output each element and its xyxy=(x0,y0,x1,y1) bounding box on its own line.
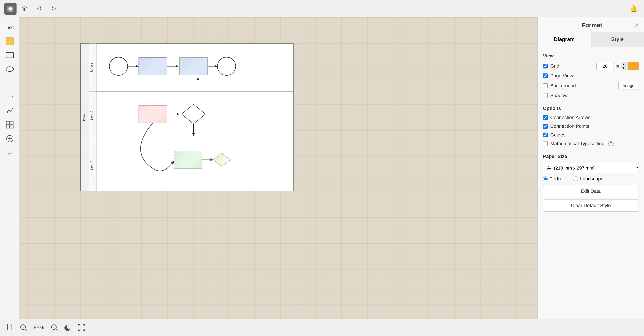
divider-1 xyxy=(543,102,639,102)
redo-button[interactable]: ↻ xyxy=(48,2,60,15)
shapes-tool[interactable] xyxy=(2,118,18,131)
landscape-radio[interactable] xyxy=(574,176,578,181)
grid-stepper: ▲ ▼ xyxy=(621,62,626,70)
diagram-svg: Pool Lane 1 Lane 2 Lane 3 xyxy=(80,43,294,191)
shadow-row: Shadow xyxy=(543,93,639,98)
rectangle-icon xyxy=(6,52,14,58)
svg-rect-30 xyxy=(179,58,208,75)
divider-2 xyxy=(543,150,639,150)
background-row: Background Image xyxy=(543,82,639,90)
zoom-out-button[interactable] xyxy=(49,322,60,333)
svg-rect-37 xyxy=(174,151,202,168)
grid-checkbox[interactable] xyxy=(543,64,548,68)
more-tools[interactable] xyxy=(2,147,18,160)
insert-tool[interactable] xyxy=(2,132,18,145)
notifications-button[interactable]: 🔔 xyxy=(628,2,640,15)
tab-diagram[interactable]: Diagram xyxy=(538,32,591,47)
freehand-icon xyxy=(6,107,14,115)
insert-icon xyxy=(6,135,14,143)
grid-size-input[interactable] xyxy=(596,62,614,70)
arrow-icon xyxy=(6,95,14,98)
line-tool[interactable] xyxy=(2,76,18,89)
svg-rect-7 xyxy=(10,121,13,124)
zoom-in-button[interactable] xyxy=(18,322,29,333)
svg-rect-27 xyxy=(139,58,167,75)
grid-increment[interactable]: ▲ xyxy=(621,62,626,66)
color-swatch-tool[interactable] xyxy=(2,35,18,48)
panel-header: Format ✕ xyxy=(538,17,644,32)
background-checkbox[interactable] xyxy=(543,83,548,88)
math-help-icon[interactable]: ? xyxy=(608,141,614,146)
delete-button[interactable]: 🗑 xyxy=(19,2,31,15)
panel-tabs: Diagram Style xyxy=(538,32,644,47)
connection-arrows-checkbox[interactable] xyxy=(543,115,548,120)
zoom-in-icon xyxy=(20,324,27,331)
canvas-area[interactable]: Pool Lane 1 Lane 2 Lane 3 xyxy=(20,17,538,319)
panel-content: View Grid pt ▲ ▼ Page View Background xyxy=(538,47,644,319)
shadow-checkbox[interactable] xyxy=(543,93,548,98)
svg-line-55 xyxy=(56,329,58,331)
svg-point-2 xyxy=(6,67,14,71)
connection-arrows-row: Connection Arrows xyxy=(543,115,639,120)
svg-text:Lane 2: Lane 2 xyxy=(90,110,94,120)
svg-marker-5 xyxy=(12,96,14,98)
app-logo[interactable] xyxy=(4,2,16,15)
svg-text:Pool: Pool xyxy=(81,114,86,121)
connection-points-checkbox[interactable] xyxy=(543,124,548,129)
toolbar: 🗑 ↺ ↻ 🔔 xyxy=(0,0,644,17)
fullscreen-button[interactable] xyxy=(76,322,87,333)
zoom-level: 85% xyxy=(31,325,46,331)
landscape-label: Landscape xyxy=(580,176,604,182)
page-icon xyxy=(6,324,14,332)
page-view-checkbox[interactable] xyxy=(543,73,548,78)
zoom-out-icon xyxy=(51,324,58,331)
grid-color-swatch[interactable] xyxy=(628,62,639,70)
color-swatch xyxy=(6,37,14,45)
paper-size-select[interactable]: A4 (210 mm x 297 mm) A3 (297 mm x 420 mm… xyxy=(543,163,639,173)
line-icon xyxy=(6,81,14,84)
edit-data-button[interactable]: Edit Data xyxy=(543,185,639,197)
clear-default-style-button[interactable]: Clear Default Style xyxy=(543,200,639,212)
view-section-title: View xyxy=(543,53,639,59)
math-typesetting-checkbox[interactable] xyxy=(543,141,548,146)
orientation-group: Portrait Landscape xyxy=(543,176,639,182)
text-tool-label: Text xyxy=(6,25,14,30)
svg-text:Lane 3: Lane 3 xyxy=(90,160,94,170)
dark-mode-button[interactable] xyxy=(62,322,74,333)
svg-point-25 xyxy=(109,57,128,75)
rectangle-tool[interactable] xyxy=(2,49,18,62)
portrait-option[interactable]: Portrait xyxy=(543,176,565,182)
tab-style[interactable]: Style xyxy=(591,32,644,47)
diagram-container[interactable]: Pool Lane 1 Lane 2 Lane 3 xyxy=(80,43,294,191)
page-view-row: Page View xyxy=(543,73,639,79)
guides-checkbox[interactable] xyxy=(543,133,548,137)
background-image-button[interactable]: Image xyxy=(618,82,639,90)
background-label: Background xyxy=(550,83,576,89)
text-tool[interactable]: Text xyxy=(2,21,18,34)
portrait-label: Portrait xyxy=(550,176,565,182)
guides-label: Guides xyxy=(550,132,566,138)
svg-rect-8 xyxy=(6,125,9,128)
undo-button[interactable]: ↺ xyxy=(33,2,45,15)
svg-rect-1 xyxy=(6,53,14,58)
arrow-tool[interactable] xyxy=(2,90,18,103)
statusbar: 85% xyxy=(0,319,644,336)
freehand-tool[interactable] xyxy=(2,104,18,117)
ellipse-icon xyxy=(6,66,14,72)
grid-decrement[interactable]: ▼ xyxy=(621,66,626,70)
math-typesetting-row: Mathematical Typesetting ? xyxy=(543,141,639,146)
chevron-down-icon xyxy=(7,152,13,155)
page-button[interactable] xyxy=(4,322,16,333)
fullscreen-icon xyxy=(78,324,85,331)
toolbar-right: 🔔 xyxy=(628,2,640,15)
portrait-radio[interactable] xyxy=(543,176,548,181)
grid-value-group: pt ▲ ▼ xyxy=(596,62,639,70)
panel-close-button[interactable]: ✕ xyxy=(634,22,639,28)
svg-point-32 xyxy=(218,57,236,75)
ellipse-tool[interactable] xyxy=(2,63,18,76)
shapes-icon xyxy=(6,121,14,129)
landscape-option[interactable]: Landscape xyxy=(574,176,604,182)
math-typesetting-label: Mathematical Typesetting xyxy=(550,141,604,146)
svg-rect-9 xyxy=(10,125,13,128)
svg-rect-6 xyxy=(6,121,9,124)
